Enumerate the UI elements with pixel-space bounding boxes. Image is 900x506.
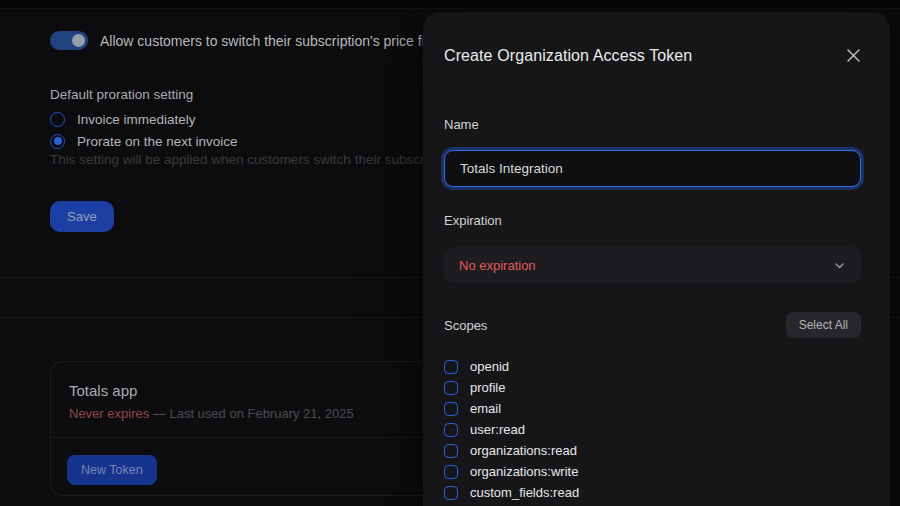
proration-setting-label: Default proration setting <box>50 87 193 102</box>
scope-row: email <box>444 398 861 419</box>
scope-row: user:read <box>444 419 861 440</box>
scopes-header-row: Scopes Select All <box>444 312 861 338</box>
scope-label: profile <box>470 380 505 395</box>
scope-label: custom_fields:read <box>470 485 579 500</box>
chevron-down-icon <box>833 259 846 272</box>
expiration-selected-value: No expiration <box>459 258 536 273</box>
scope-checkbox[interactable] <box>444 465 458 479</box>
scope-checkbox[interactable] <box>444 360 458 374</box>
scope-row: profile <box>444 377 861 398</box>
name-field-label: Name <box>444 117 479 132</box>
close-icon[interactable] <box>844 46 862 64</box>
scope-checkbox[interactable] <box>444 423 458 437</box>
scope-row: openid <box>444 356 861 377</box>
radio-label: Invoice immediately <box>77 112 196 127</box>
toggle-knob <box>72 34 85 47</box>
select-all-button[interactable]: Select All <box>786 312 861 338</box>
expiration-select[interactable]: No expiration <box>444 247 861 283</box>
modal-title: Create Organization Access Token <box>444 47 692 65</box>
scope-label: email <box>470 401 501 416</box>
proration-radio-group: Invoice immediatelyProrate on the next i… <box>50 108 238 152</box>
scope-checkbox[interactable] <box>444 402 458 416</box>
proration-option-row: Prorate on the next invoice <box>50 130 238 152</box>
scope-checkbox[interactable] <box>444 381 458 395</box>
new-token-button[interactable]: New Token <box>67 455 157 485</box>
scope-row: organizations:read <box>444 440 861 461</box>
scopes-list: openidprofileemailuser:readorganizations… <box>444 356 861 506</box>
token-expiry-text: Never expires <box>69 406 149 421</box>
save-button[interactable]: Save <box>50 201 114 232</box>
scope-label: organizations:write <box>470 464 578 479</box>
scope-row: organizations:write <box>444 461 861 482</box>
radio-button[interactable] <box>50 134 65 149</box>
scope-label: openid <box>470 359 509 374</box>
create-token-modal: Create Organization Access Token Name Ex… <box>423 12 890 506</box>
scope-label: user:read <box>470 422 525 437</box>
scopes-label: Scopes <box>444 318 487 333</box>
radio-label: Prorate on the next invoice <box>77 134 238 149</box>
subscription-switch-setting-row: Allow customers to switch their subscrip… <box>50 31 446 50</box>
scope-row: custom_fields:read <box>444 482 861 503</box>
proration-helper-text: This setting will be applied when custom… <box>50 152 435 167</box>
name-input[interactable] <box>444 150 861 187</box>
scope-label: organizations:read <box>470 443 577 458</box>
radio-button[interactable] <box>50 112 65 127</box>
proration-option-row: Invoice immediately <box>50 108 238 130</box>
allow-switch-toggle-label: Allow customers to switch their subscrip… <box>100 33 446 49</box>
scope-checkbox[interactable] <box>444 486 458 500</box>
scope-checkbox[interactable] <box>444 444 458 458</box>
expiration-field-label: Expiration <box>444 213 502 228</box>
token-last-used-text: — Last used on February 21, 2025 <box>149 406 354 421</box>
allow-switch-toggle[interactable] <box>50 31 88 50</box>
